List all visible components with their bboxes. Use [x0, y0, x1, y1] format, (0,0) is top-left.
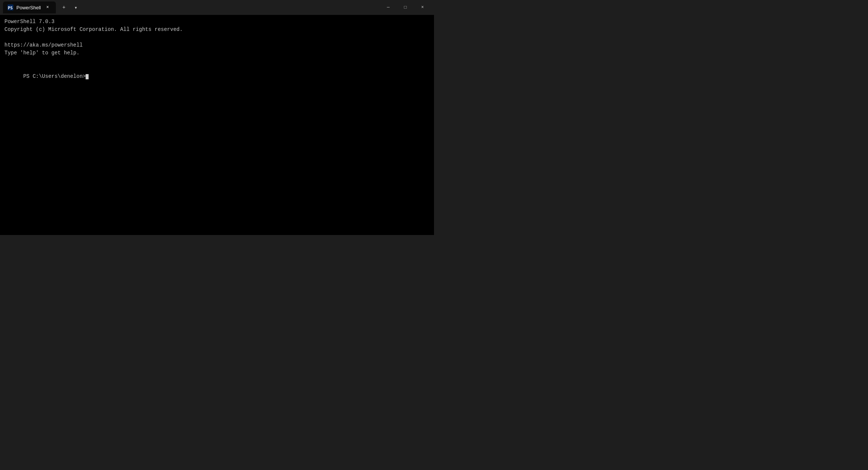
- tab-title: PowerShell: [16, 5, 41, 10]
- svg-text:PS: PS: [8, 6, 13, 10]
- dropdown-button[interactable]: ▾: [71, 2, 81, 13]
- active-tab[interactable]: PS PowerShell ×: [3, 1, 56, 13]
- new-tab-button[interactable]: +: [59, 2, 69, 13]
- terminal-line-5: Type 'help' to get help.: [4, 49, 430, 57]
- powershell-icon: PS: [7, 4, 13, 10]
- titlebar: PS PowerShell × + ▾ ─ □ ×: [0, 0, 434, 15]
- window-controls: ─ □ ×: [380, 0, 431, 15]
- maximize-button[interactable]: □: [397, 0, 414, 15]
- terminal-line-2: Copyright (c) Microsoft Corporation. All…: [4, 26, 430, 34]
- terminal-line-4: https://aka.ms/powershell: [4, 41, 430, 49]
- powershell-window: PS PowerShell × + ▾ ─ □ × PowerShell 7.0…: [0, 0, 434, 235]
- minimize-button[interactable]: ─: [380, 0, 397, 15]
- terminal-prompt: PS C:\Users\denelon>: [23, 73, 86, 79]
- terminal-cursor: [86, 74, 89, 79]
- terminal-prompt-line: PS C:\Users\denelon>: [4, 65, 430, 88]
- titlebar-actions: + ▾: [59, 2, 81, 13]
- terminal-blank-2: [4, 57, 430, 65]
- terminal-line-1: PowerShell 7.0.3: [4, 18, 430, 26]
- terminal-body[interactable]: PowerShell 7.0.3 Copyright (c) Microsoft…: [0, 15, 434, 235]
- tab-close-button[interactable]: ×: [44, 4, 51, 11]
- terminal-blank-1: [4, 34, 430, 41]
- window-close-button[interactable]: ×: [414, 0, 431, 15]
